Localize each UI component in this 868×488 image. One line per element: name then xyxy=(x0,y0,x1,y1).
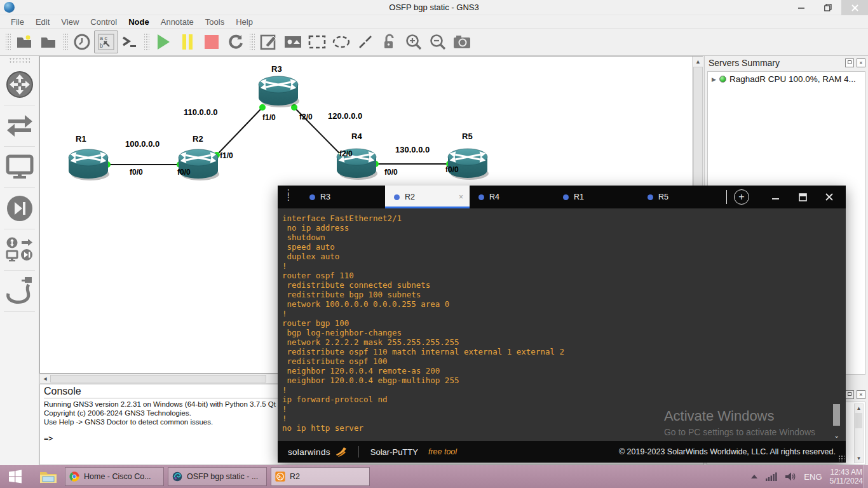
scrollbar-thumb[interactable] xyxy=(833,404,840,426)
putty-tab-r5[interactable]: R5 xyxy=(639,186,723,208)
scroll-down-icon[interactable]: ▼ xyxy=(855,454,863,463)
taskbar-button-chrome[interactable]: Home - Cisco Co... xyxy=(65,467,164,486)
draw-line-icon[interactable] xyxy=(353,30,377,53)
expand-arrow-icon[interactable]: ▶ xyxy=(712,76,716,83)
suspend-icon[interactable] xyxy=(175,30,200,53)
float-panel-icon[interactable] xyxy=(845,58,854,67)
draw-rectangle-icon[interactable] xyxy=(305,30,329,53)
terminal-line: router ospf 110 xyxy=(282,271,846,280)
tab-close-icon[interactable]: × xyxy=(459,193,463,201)
terminal-scrollbar[interactable]: ⌄ xyxy=(832,208,841,441)
start-button[interactable] xyxy=(0,465,31,488)
interface-label: f1/0 xyxy=(220,151,233,160)
end-devices-icon[interactable] xyxy=(0,147,39,187)
scroll-up-icon[interactable]: ▲ xyxy=(693,57,703,67)
volume-icon[interactable] xyxy=(785,472,796,481)
putty-maximize-button[interactable] xyxy=(794,189,811,205)
clock-time: 12:43 AM xyxy=(830,468,864,477)
zoom-in-icon[interactable] xyxy=(402,30,426,53)
interface-label: f0/0 xyxy=(177,168,191,177)
putty-tab-r3[interactable]: R3 xyxy=(301,186,385,208)
menu-tools[interactable]: Tools xyxy=(200,15,230,29)
servers-summary-header: Servers Summary × xyxy=(705,56,868,70)
console-to-all-icon[interactable]: a cb xyxy=(94,30,118,53)
reload-icon[interactable] xyxy=(224,30,248,53)
terminal-output[interactable]: interface FastEthernet2/1 no ip address … xyxy=(278,208,846,441)
insert-image-icon[interactable] xyxy=(281,30,305,53)
annotate-note-icon[interactable] xyxy=(257,30,281,53)
router-node-r5[interactable] xyxy=(448,149,489,180)
console-prompt-icon[interactable] xyxy=(118,30,142,53)
open-project-icon[interactable] xyxy=(13,30,37,53)
start-icon[interactable] xyxy=(151,30,175,53)
taskbar-button-solar-putty[interactable]: R2 xyxy=(271,467,370,486)
screenshot-camera-icon[interactable] xyxy=(450,30,474,53)
switches-icon[interactable] xyxy=(0,106,39,146)
network-label: 110.0.0.0 xyxy=(184,107,218,117)
taskbar-clock[interactable]: 12:43 AM 5/11/2024 xyxy=(830,468,864,485)
terminal-line: speed auto xyxy=(282,242,846,252)
add-link-icon[interactable] xyxy=(0,271,39,311)
file-explorer-button[interactable] xyxy=(36,465,61,488)
lock-unlocked-icon[interactable] xyxy=(377,30,402,53)
topology-link[interactable] xyxy=(217,107,262,155)
taskbar-button-gns3[interactable]: OSFP bgp static - ... xyxy=(168,467,267,486)
language-indicator[interactable]: ENG xyxy=(804,472,822,482)
terminal-line: redistribute ospf 100 xyxy=(282,356,846,366)
session-status-icon xyxy=(563,194,569,200)
panel-scrollbar[interactable]: ▲ ▼ xyxy=(854,403,864,463)
putty-tab-r2[interactable]: R2× xyxy=(385,186,470,208)
menu-annotate[interactable]: Annotate xyxy=(155,15,200,29)
hidden-icons-arrow-icon[interactable] xyxy=(750,473,758,480)
putty-menu-icon[interactable]: ⋮⋮ xyxy=(284,191,294,203)
putty-tab-r1[interactable]: R1 xyxy=(554,186,639,208)
minimize-button[interactable] xyxy=(788,0,815,15)
node-label: R2 xyxy=(193,134,203,144)
close-panel-icon[interactable]: × xyxy=(857,58,865,67)
solarwinds-logo-text: solarwinds xyxy=(288,447,330,457)
router-node-r1[interactable] xyxy=(69,149,109,180)
scroll-up-icon[interactable]: ▲ xyxy=(855,404,863,412)
open-folder-icon[interactable] xyxy=(37,30,61,53)
solar-putty-icon xyxy=(275,471,285,482)
putty-tab-r4[interactable]: R4 xyxy=(470,186,554,208)
security-devices-icon[interactable] xyxy=(0,189,39,228)
putty-close-button[interactable] xyxy=(820,189,838,205)
tab-label: R1 xyxy=(574,193,584,201)
close-button[interactable] xyxy=(841,0,868,15)
draw-ellipse-icon[interactable] xyxy=(329,30,353,53)
close-panel-icon[interactable]: × xyxy=(857,390,865,399)
terminal-line: redistribute bgp 100 subnets xyxy=(282,290,846,299)
zoom-out-icon[interactable] xyxy=(426,30,450,53)
snapshot-clock-icon[interactable] xyxy=(70,30,94,53)
menu-edit[interactable]: Edit xyxy=(30,15,55,29)
server-item[interactable]: ▶ RaghadR CPU 100.0%, RAM 4... xyxy=(709,74,864,84)
network-signal-icon[interactable] xyxy=(766,472,777,481)
menu-view[interactable]: View xyxy=(55,15,85,29)
terminal-line: no ip http server xyxy=(282,423,846,433)
show-desktop-button[interactable] xyxy=(864,465,868,488)
scrollbar-thumb[interactable] xyxy=(855,413,862,428)
menu-file[interactable]: File xyxy=(5,15,30,29)
chrome-icon xyxy=(69,471,79,482)
putty-minimize-button[interactable] xyxy=(767,189,785,205)
routers-icon[interactable] xyxy=(0,65,39,104)
all-devices-icon[interactable] xyxy=(0,230,39,269)
menu-control[interactable]: Control xyxy=(85,15,123,29)
restore-button[interactable] xyxy=(815,0,841,15)
terminal-line: network 100.0.0.0 0.0.0.255 area 0 xyxy=(282,299,846,309)
stop-icon[interactable] xyxy=(200,30,224,53)
clock-date: 5/11/2024 xyxy=(830,477,864,485)
float-panel-icon[interactable] xyxy=(845,390,854,399)
scrollbar-thumb[interactable] xyxy=(50,375,266,383)
resize-grip[interactable] xyxy=(838,455,844,461)
router-node-r3[interactable] xyxy=(259,76,299,107)
scroll-down-icon[interactable]: ⌄ xyxy=(832,431,841,440)
session-status-icon xyxy=(478,194,484,200)
menu-help[interactable]: Help xyxy=(230,15,259,29)
scroll-left-icon[interactable]: ◄ xyxy=(40,374,50,383)
menu-node[interactable]: Node xyxy=(123,15,155,29)
window-title: OSFP bgp static - GNS3 xyxy=(0,0,868,15)
task-label: OSFP bgp static - ... xyxy=(187,472,258,481)
new-session-icon[interactable]: + xyxy=(734,189,749,205)
